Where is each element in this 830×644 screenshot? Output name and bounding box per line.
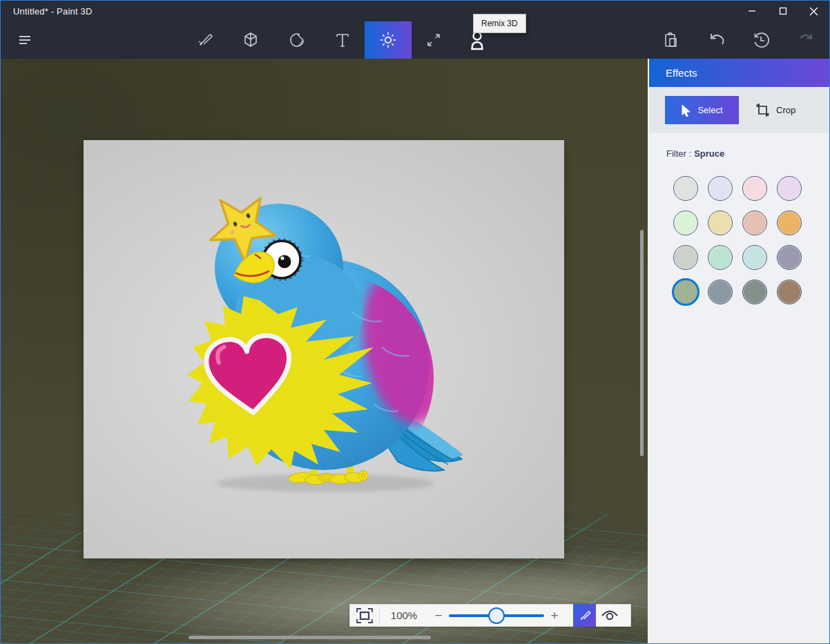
minimize-icon [748, 7, 756, 15]
cursor-arrow-icon [681, 104, 691, 117]
select-crop-section: Select Crop [649, 87, 830, 133]
stickers-tool-button[interactable] [278, 21, 316, 59]
select-button-label: Select [697, 105, 722, 115]
effects-panel-header: Effects [649, 59, 830, 87]
menu-button[interactable] [6, 21, 44, 59]
filter-swatch[interactable] [742, 245, 767, 270]
filter-swatch[interactable] [742, 280, 767, 304]
title-bar[interactable]: Untitled* - Paint 3D [1, 1, 829, 21]
filter-swatch[interactable] [742, 176, 767, 201]
effects-panel: Effects Select Crop Filter :Spruce [648, 59, 830, 644]
zoom-out-button[interactable]: − [428, 608, 449, 623]
filter-swatch[interactable] [777, 280, 802, 304]
paste-button[interactable] [652, 21, 689, 59]
zoom-slider-thumb[interactable] [488, 607, 505, 624]
active-brush-button[interactable] [573, 604, 596, 627]
filter-swatch[interactable] [708, 245, 733, 270]
minimize-button[interactable] [736, 1, 767, 21]
filter-swatch[interactable] [742, 211, 767, 235]
tooltip-text: Remix 3D [481, 19, 518, 28]
select-button[interactable]: Select [665, 96, 739, 124]
filter-swatch[interactable] [673, 211, 698, 235]
cube-icon [242, 31, 260, 49]
filter-swatch-selected[interactable] [672, 278, 699, 306]
drawing-canvas[interactable] [84, 140, 564, 558]
fit-to-window-button[interactable] [350, 605, 379, 626]
window-title: Untitled* - Paint 3D [13, 6, 93, 17]
history-clock-icon [752, 31, 770, 49]
redo-icon [796, 30, 815, 50]
effects-panel-title: Effects [666, 67, 697, 79]
history-button[interactable] [742, 21, 780, 59]
zoom-toolbar: 100% − + [349, 604, 631, 627]
fit-to-window-icon [356, 608, 373, 623]
filter-swatch[interactable] [673, 176, 698, 201]
brush-icon [196, 31, 214, 49]
undo-icon [707, 30, 726, 50]
show-perspective-button[interactable] [596, 605, 624, 626]
zoom-level: 100% [380, 609, 428, 621]
remix-3d-tooltip: Remix 3D [473, 14, 526, 33]
bird-model[interactable] [84, 140, 564, 558]
crop-button[interactable]: Crop [748, 96, 804, 124]
3d-workspace[interactable]: 100% − + [1, 59, 648, 644]
filter-label: Filter : [666, 148, 691, 159]
filter-swatch[interactable] [777, 211, 802, 235]
filter-swatches [668, 171, 807, 309]
sun-effects-icon [378, 30, 398, 50]
paint3d-window: Untitled* - Paint 3D [0, 0, 830, 644]
sticker-icon [288, 31, 306, 49]
redo-button[interactable] [787, 21, 824, 59]
maximize-button[interactable] [767, 1, 798, 21]
horizontal-scrollbar[interactable] [189, 636, 431, 639]
vertical-scrollbar[interactable] [640, 230, 644, 456]
3d-shapes-tool-button[interactable] [232, 21, 269, 59]
crop-icon [756, 104, 769, 117]
filter-swatch[interactable] [777, 176, 802, 201]
filter-swatch[interactable] [708, 280, 733, 304]
resize-arrows-icon [425, 31, 443, 49]
undo-button[interactable] [698, 21, 735, 59]
filter-caption: Filter :Spruce [666, 148, 724, 159]
filter-swatch[interactable] [708, 211, 733, 235]
text-tool-button[interactable] [324, 21, 361, 59]
eye-icon [601, 609, 619, 622]
clipboard-paste-icon [662, 31, 679, 49]
zoom-slider[interactable] [449, 605, 544, 626]
brushes-tool-button[interactable] [186, 21, 224, 59]
maximize-icon [779, 7, 787, 15]
effects-tool-button[interactable] [365, 21, 412, 59]
hamburger-icon [17, 32, 33, 48]
filter-value: Spruce [694, 148, 724, 159]
filter-swatch[interactable] [673, 245, 698, 270]
filter-swatch[interactable] [777, 245, 802, 270]
filter-swatch[interactable] [708, 176, 733, 201]
crop-button-label: Crop [776, 105, 795, 115]
close-icon [809, 7, 818, 16]
close-button[interactable] [798, 1, 829, 21]
canvas-tool-button[interactable] [415, 21, 452, 59]
text-icon [334, 31, 351, 49]
zoom-in-button[interactable]: + [544, 608, 565, 623]
brush-icon [578, 609, 592, 623]
main-toolbar [1, 21, 829, 59]
